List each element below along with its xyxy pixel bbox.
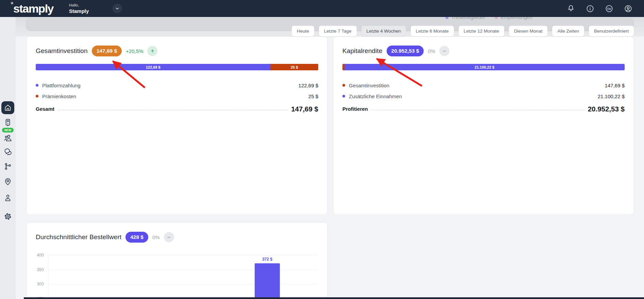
sidebar-item-customers[interactable] xyxy=(3,134,12,142)
greeting-name: Stamply xyxy=(69,8,89,15)
legend-dot xyxy=(342,84,345,87)
language-button[interactable]: De xyxy=(605,4,613,13)
sidebar-item-integrations[interactable] xyxy=(3,162,12,171)
legend-label: Zusätzliche Einnahmen xyxy=(349,93,598,99)
sidebar-item-locations[interactable] xyxy=(3,177,12,186)
filter-letzte-4-wochen[interactable]: Letzte 4 Wochen xyxy=(361,26,406,36)
filter-letzte-7-tage[interactable]: Letzte 7 Tage xyxy=(319,26,357,36)
legend-value: 21.100,22 $ xyxy=(598,93,625,99)
svg-text:De: De xyxy=(607,7,611,10)
trend-indicator xyxy=(147,46,157,56)
new-badge: NEW xyxy=(2,128,14,133)
legend-value: 25 $ xyxy=(308,93,318,99)
date-range-filters: Heute Letzte 7 Tage Letzte 4 Wochen Letz… xyxy=(292,26,634,36)
user-avatar-icon xyxy=(624,4,632,13)
roi-legend: Gesamtinvestition 147,69 $ Zusätzliche E… xyxy=(342,80,625,102)
change-percentage: +20,5% xyxy=(126,48,143,54)
card-title: Kapitalrendite xyxy=(342,47,383,55)
info-button[interactable] xyxy=(586,4,594,13)
legend-row: Zusätzliche Einnahmen 21.100,22 $ xyxy=(342,91,625,102)
branch-icon xyxy=(3,162,12,171)
info-icon xyxy=(586,4,594,13)
stat-card-kapitalrendite: Kapitalrendite 20.952,53 $ 0% 21.100,22 … xyxy=(333,36,634,215)
legend-row: Prämienkosten 25 $ xyxy=(36,91,318,102)
legend-dot xyxy=(36,84,38,87)
gridline xyxy=(48,255,318,256)
filter-diesen-monat[interactable]: Diesen Monat xyxy=(509,26,547,36)
filter-benutzerdefiniert[interactable]: Benutzerdefiniert xyxy=(589,26,634,36)
stat-card-durchschnittlicher-bestellwert: Durchschnittlicher Bestellwert 428 $ 0% … xyxy=(27,223,327,299)
legend-row: Gesamtinvestition 147,69 $ xyxy=(342,80,625,91)
home-icon xyxy=(4,104,12,112)
y-axis-label: 350 xyxy=(36,267,44,272)
bell-icon xyxy=(567,4,575,13)
bottom-dark-strip xyxy=(24,297,644,299)
dotted-leader xyxy=(58,110,288,110)
users-group-icon xyxy=(3,134,12,142)
sidebar-item-messages[interactable] xyxy=(3,147,12,156)
change-percentage: 0% xyxy=(428,48,435,54)
legend-label: Gesamtinvestition xyxy=(349,83,605,88)
investment-legend: Plattformzahlung 122,69 $ Prämienkosten … xyxy=(36,80,318,102)
chat-bubbles-icon xyxy=(3,147,12,156)
legend-value: 122,69 $ xyxy=(299,83,318,88)
arrow-up-icon xyxy=(150,49,155,54)
total-row: Gesamt 147,69 $ xyxy=(36,105,318,113)
chart-bar xyxy=(255,263,280,299)
sidebar-item-home[interactable] xyxy=(1,101,14,118)
value-badge: 20.952,53 $ xyxy=(387,46,424,56)
profile-button[interactable] xyxy=(624,4,632,13)
navbar-actions: De xyxy=(566,4,632,13)
trend-indicator xyxy=(439,46,450,56)
terminal-icon xyxy=(3,118,12,127)
notifications-button[interactable] xyxy=(566,4,575,13)
roi-stacked-bar: 21.100,22 $ xyxy=(342,64,625,70)
filter-alle-zeiten[interactable]: Alle Zeiten xyxy=(552,26,584,36)
y-axis-label: 300 xyxy=(36,282,44,286)
investment-stacked-bar: 122,69 $25 $ xyxy=(36,64,318,70)
filter-letzte-6-monate[interactable]: Letzte 6 Monate xyxy=(411,26,454,36)
legend-label: Plattformzahlung xyxy=(42,83,299,88)
bar-segment: 25 $ xyxy=(270,64,318,70)
total-label: Gesamt xyxy=(36,106,54,113)
logo-plus-mark: + xyxy=(11,0,14,5)
map-pin-icon xyxy=(3,177,12,186)
card-header: Kapitalrendite 20.952,53 $ 0% xyxy=(342,46,625,56)
active-item-highlight xyxy=(1,101,14,114)
filter-letzte-12-monate[interactable]: Letzte 12 Monate xyxy=(459,26,504,36)
app-logo: +stamply xyxy=(10,3,53,14)
filter-heute[interactable]: Heute xyxy=(292,26,314,36)
stat-card-gesamtinvestition: Gesamtinvestition 147,69 $ +20,5% 122,69… xyxy=(27,36,327,215)
legend-row: Plattformzahlung 122,69 $ xyxy=(36,80,318,91)
user-icon xyxy=(3,193,12,202)
total-value: 20.952,53 $ xyxy=(588,105,625,113)
account-dropdown-button[interactable] xyxy=(113,4,122,13)
sidebar-item-terminal[interactable]: NEW xyxy=(2,118,14,133)
card-title: Gesamtinvestition xyxy=(36,47,88,55)
bar-segment: 21.100,22 $ xyxy=(344,64,625,70)
left-sidebar: NEW xyxy=(0,17,16,299)
chevron-down-icon xyxy=(115,6,120,11)
bar-segment: 122,69 $ xyxy=(36,64,270,70)
sidebar-item-account[interactable] xyxy=(3,193,12,202)
logo-text: stamply xyxy=(13,2,53,15)
minus-icon xyxy=(442,49,447,54)
avg-order-bar-chart: 400350300250372 $ xyxy=(36,223,318,299)
total-row: Profitieren 20.952,53 $ xyxy=(342,105,625,113)
greeting-hello: Hallo, xyxy=(69,3,89,8)
dotted-leader xyxy=(371,110,584,110)
language-de-icon: De xyxy=(605,4,613,13)
top-navbar: +stamply Hallo, Stamply De xyxy=(0,0,644,17)
legend-value: 147,69 $ xyxy=(605,83,625,88)
legend-label: Prämienkosten xyxy=(42,93,308,99)
card-header: Gesamtinvestition 147,69 $ +20,5% xyxy=(36,46,318,56)
sidebar-item-settings[interactable] xyxy=(3,212,12,221)
bar-value-label: 372 $ xyxy=(248,257,287,262)
gear-icon xyxy=(3,212,12,221)
user-greeting: Hallo, Stamply xyxy=(69,3,89,14)
legend-dot xyxy=(36,95,38,98)
y-axis-label: 400 xyxy=(36,253,44,258)
value-badge: 147,69 $ xyxy=(92,46,122,56)
total-label: Profitieren xyxy=(342,106,368,113)
legend-dot xyxy=(342,95,345,98)
